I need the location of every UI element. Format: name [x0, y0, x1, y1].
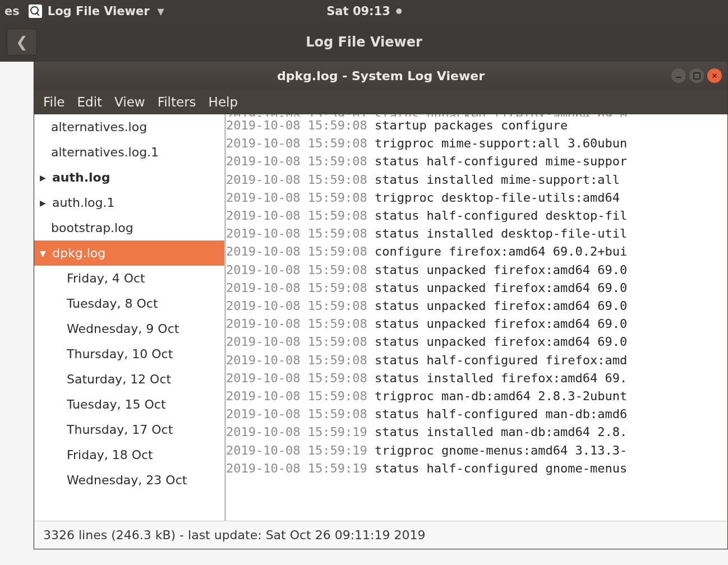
log-timestamp: 2019-10-08 15:59:08 — [226, 333, 375, 351]
log-message: status installed firefox:amd64 69. — [375, 369, 627, 387]
sidebar-item[interactable]: ▶auth.log.1 — [34, 190, 224, 215]
chevron-down-icon: ▼ — [158, 6, 164, 17]
sidebar-item[interactable]: Tuesday, 8 Oct — [34, 291, 224, 316]
log-line[interactable]: 2019-10-08 15:59:08 status unpacked fire… — [226, 315, 727, 333]
log-timestamp: 2019-10-08 15:59:08 — [226, 225, 375, 243]
log-line[interactable]: 2019-10-08 15:59:08 status installed mim… — [226, 171, 727, 189]
log-message: status unpacked firefox:amd64 69.0 — [375, 333, 627, 351]
log-message: status installed desktop-file-util — [375, 225, 627, 243]
log-message: trigproc gnome-menus:amd64 3.13.3- — [375, 442, 627, 460]
sidebar-item-label: alternatives.log.1 — [51, 145, 159, 159]
log-message: status half-configured firefox:amd — [375, 351, 627, 369]
sidebar-item-label: bootstrap.log — [51, 221, 133, 235]
log-line[interactable]: 2019-10-08 15:59:08 status half-configur… — [226, 351, 727, 369]
log-message: status half-configured desktop-fil — [375, 207, 627, 225]
log-line[interactable]: 2019-10-08 15:59:08 status unpacked fire… — [226, 333, 727, 351]
log-timestamp: 2019-10-08 15:59:08 — [226, 369, 375, 387]
window-controls — [671, 68, 722, 83]
log-list-sidebar[interactable]: alternatives.logalternatives.log.1▶auth.… — [34, 114, 226, 521]
sidebar-item[interactable]: Saturday, 12 Oct — [34, 367, 224, 392]
sidebar-item[interactable]: Wednesday, 23 Oct — [34, 467, 224, 493]
log-line[interactable]: 2019-10-08 15:59:08 trigproc desktop-fil… — [226, 189, 727, 207]
maximize-button[interactable] — [689, 68, 704, 83]
log-line[interactable]: 2019-10-08 15:59:08 startup packages con… — [226, 117, 727, 135]
log-message: trigproc mime-support:all 3.60ubun — [375, 135, 627, 152]
log-timestamp: 2019-10-08 15:59:08 — [226, 207, 375, 225]
log-line[interactable]: 2019-10-08 15:59:08 status half-configur… — [226, 152, 727, 170]
log-line[interactable]: 2019-10-08 15:59:08 trigproc man-db:amd6… — [226, 387, 727, 405]
log-message: status installed mime-support:all — [375, 171, 627, 189]
sidebar-item[interactable]: Wednesday, 9 Oct — [34, 316, 224, 341]
log-timestamp: 2019-10-08 15:59:08 — [226, 152, 375, 170]
sidebar-item-label: Thursday, 10 Oct — [67, 347, 173, 361]
minimize-button[interactable] — [671, 68, 686, 83]
menu-view[interactable]: View — [114, 95, 145, 109]
log-line[interactable]: 2019-10-08 15:59:19 trigproc gnome-menus… — [226, 442, 727, 460]
log-message: status half-configured mime-suppor — [375, 152, 627, 170]
magnifier-icon — [29, 4, 42, 18]
menu-file[interactable]: File — [43, 95, 65, 109]
sidebar-item-label: Friday, 4 Oct — [67, 271, 145, 285]
log-message: status half-configured gnome-menus — [375, 460, 627, 478]
chevron-right-icon: ▶ — [40, 198, 49, 207]
background-window-header: ❮ Log File Viewer — [0, 22, 728, 62]
log-timestamp: 2019-10-08 15:59:08 — [226, 405, 375, 423]
log-timestamp: 2019-10-08 15:59:08 — [226, 243, 375, 261]
menubar: File Edit View Filters Help — [34, 90, 727, 114]
sidebar-item[interactable]: Friday, 18 Oct — [34, 442, 224, 467]
sidebar-item[interactable]: Thursday, 10 Oct — [34, 341, 224, 367]
sidebar-item[interactable]: Friday, 4 Oct — [34, 266, 224, 291]
top-panel-clock[interactable]: Sat 09:13 — [326, 4, 402, 18]
sidebar-item[interactable]: alternatives.log.1 — [34, 140, 224, 165]
log-line[interactable]: 2019-10-08 15:59:08 status unpacked fire… — [226, 297, 727, 315]
sidebar-item-label: auth.log.1 — [52, 196, 115, 210]
sidebar-item-label: Tuesday, 15 Oct — [67, 397, 166, 411]
sidebar-item-label: Thursday, 17 Oct — [67, 423, 173, 437]
log-line[interactable]: 2019-10-08 15:59:19 status installed man… — [226, 423, 727, 441]
sidebar-item[interactable]: Tuesday, 15 Oct — [34, 392, 224, 417]
log-timestamp: 2019-10-08 15:59:19 — [226, 423, 375, 441]
log-line[interactable]: 2019-10-08 15:59:08 status half-configur… — [226, 207, 727, 225]
sidebar-item-label: alternatives.log — [51, 120, 147, 134]
log-timestamp: 2019-10-08 15:59:08 — [226, 171, 375, 189]
log-line[interactable]: 2019-10-08 15:59:19 status half-configur… — [226, 460, 727, 478]
sidebar-item[interactable]: ▶auth.log — [34, 165, 224, 190]
window-titlebar[interactable]: dpkg.log - System Log Viewer — [34, 62, 727, 90]
close-button[interactable] — [707, 68, 722, 83]
status-text: 3326 lines (246.3 kB) - last update: Sat… — [43, 528, 426, 542]
log-line[interactable]: 2019-10-08 15:59:08 status unpacked fire… — [226, 279, 727, 297]
background-window-title: Log File Viewer — [37, 34, 691, 50]
menu-edit[interactable]: Edit — [77, 95, 103, 109]
log-timestamp: 2019-10-08 15:59:08 — [226, 135, 375, 152]
log-line[interactable]: 2019-10-08 15:59:08 status half-configur… — [226, 405, 727, 423]
log-message: status unpacked firefox:amd64 69.0 — [375, 261, 627, 279]
sidebar-item-label: Wednesday, 9 Oct — [67, 322, 179, 336]
log-line[interactable]: 2019-10-08 15:59:08 status installed fir… — [226, 369, 727, 387]
sidebar-item[interactable]: Thursday, 17 Oct — [34, 417, 224, 442]
sidebar-item[interactable]: alternatives.log — [34, 114, 224, 140]
menu-filters[interactable]: Filters — [158, 95, 196, 109]
sidebar-item[interactable]: bootstrap.log — [34, 215, 224, 240]
log-line[interactable]: 2019-10-08 15:59:08 status unpacked fire… — [226, 261, 727, 279]
chevron-down-icon: ▼ — [40, 249, 49, 258]
log-content-pane[interactable]: 2019-10-08 15:59:07 status unpacked fire… — [226, 114, 727, 521]
sidebar-item-label: Wednesday, 23 Oct — [67, 473, 187, 487]
sidebar-item[interactable]: ▼dpkg.log — [34, 240, 224, 266]
top-panel-app-indicator[interactable]: Log File Viewer ▼ — [29, 4, 164, 18]
log-message: status unpacked firefox:amd64 69.0 — [375, 315, 627, 333]
log-line[interactable]: 2019-10-08 15:59:08 status installed des… — [226, 225, 727, 243]
menu-help[interactable]: Help — [209, 95, 238, 109]
log-line[interactable]: 2019-10-08 15:59:08 configure firefox:am… — [226, 243, 727, 261]
sidebar-item-label: Tuesday, 8 Oct — [67, 297, 158, 311]
log-timestamp: 2019-10-08 15:59:19 — [226, 460, 375, 478]
back-button[interactable]: ❮ — [7, 29, 37, 55]
top-panel-app-name: Log File Viewer — [48, 4, 150, 18]
log-timestamp: 2019-10-08 15:59:08 — [226, 315, 375, 333]
sidebar-item-label: Friday, 18 Oct — [67, 448, 153, 462]
status-bar: 3326 lines (246.3 kB) - last update: Sat… — [34, 521, 727, 549]
log-timestamp: 2019-10-08 15:59:08 — [226, 279, 375, 297]
log-line[interactable]: 2019-10-08 15:59:08 trigproc mime-suppor… — [226, 135, 727, 152]
log-timestamp: 2019-10-08 15:59:08 — [226, 189, 375, 207]
sidebar-item-label: auth.log — [52, 170, 110, 184]
log-message: startup packages configure — [375, 117, 568, 135]
